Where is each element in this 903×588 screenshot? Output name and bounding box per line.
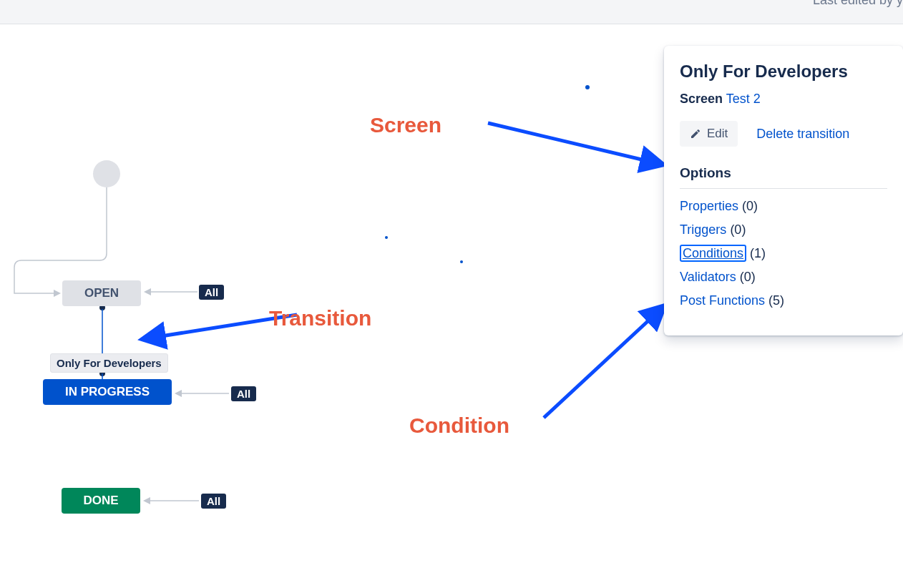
annotation-condition: Condition [409, 413, 509, 438]
option-link-conditions[interactable]: Conditions [680, 245, 746, 262]
transition-details-panel: Only For Developers Screen Test 2 Edit D… [664, 46, 903, 335]
top-bar: Last edited by y [0, 0, 903, 24]
option-count: (0) [730, 222, 746, 237]
svg-line-9 [544, 306, 664, 418]
delete-transition-link[interactable]: Delete transition [756, 127, 849, 142]
screen-link[interactable]: Test 2 [726, 92, 761, 106]
annotation-screen: Screen [370, 113, 441, 137]
option-properties[interactable]: Properties (0) [680, 199, 887, 214]
option-link[interactable]: Post Functions [680, 293, 765, 308]
options-list: Properties (0) Triggers (0) Conditions (… [680, 199, 887, 308]
option-count: (0) [740, 270, 756, 284]
option-post-functions[interactable]: Post Functions (5) [680, 293, 887, 308]
option-count: (1) [750, 246, 766, 260]
all-transition-progress[interactable]: All [231, 386, 256, 401]
panel-title: Only For Developers [680, 62, 887, 82]
option-count: (5) [768, 293, 784, 308]
transition-only-for-developers[interactable]: Only For Developers [50, 353, 168, 373]
option-triggers[interactable]: Triggers (0) [680, 222, 887, 237]
edit-button[interactable]: Edit [680, 121, 738, 147]
pencil-icon [690, 128, 701, 139]
options-header: Options [680, 165, 887, 189]
annotation-transition: Transition [269, 306, 371, 330]
workflow-canvas: OPEN Only For Developers IN PROGRESS DON… [0, 24, 903, 588]
start-node[interactable] [93, 160, 120, 187]
option-link[interactable]: Validators [680, 270, 736, 284]
panel-actions: Edit Delete transition [680, 121, 887, 147]
svg-line-7 [488, 123, 663, 165]
status-done[interactable]: DONE [62, 488, 140, 514]
status-in-progress[interactable]: IN PROGRESS [43, 379, 172, 405]
option-validators[interactable]: Validators (0) [680, 270, 887, 285]
last-edited-text: Last edited by y [813, 0, 903, 8]
screen-label: Screen [680, 92, 723, 106]
screen-line: Screen Test 2 [680, 92, 887, 107]
option-link[interactable]: Properties [680, 199, 738, 213]
status-open[interactable]: OPEN [62, 280, 141, 306]
option-conditions[interactable]: Conditions (1) [680, 246, 887, 261]
option-count: (0) [742, 199, 758, 213]
all-transition-done[interactable]: All [201, 494, 226, 509]
edit-label: Edit [707, 127, 728, 141]
dot-icon [385, 236, 388, 239]
dot-icon [585, 85, 590, 89]
all-transition-open[interactable]: All [199, 285, 224, 300]
dot-icon [460, 260, 463, 263]
option-link[interactable]: Triggers [680, 222, 726, 237]
